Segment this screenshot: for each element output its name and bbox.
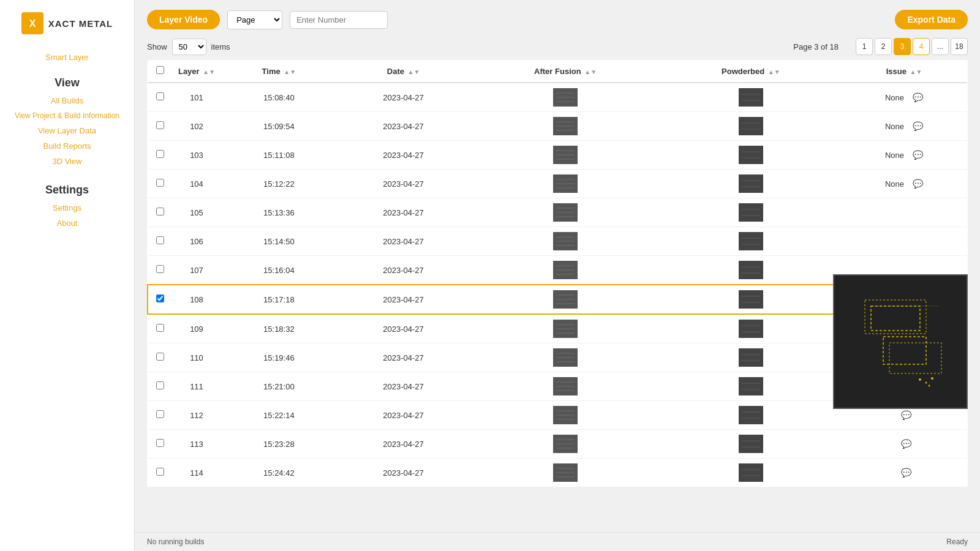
row-time: 15:08:40	[221, 83, 337, 112]
smart-layer-link[interactable]: Smart Layer	[45, 53, 89, 62]
row-checkbox[interactable]	[156, 410, 164, 418]
page-number-input[interactable]	[290, 11, 388, 29]
powderbed-thumbnail	[739, 320, 763, 338]
row-powderbed[interactable]	[661, 459, 841, 487]
comment-icon[interactable]: 💬	[913, 92, 923, 102]
row-after-fusion[interactable]	[470, 372, 660, 401]
comment-icon[interactable]: 💬	[913, 179, 923, 189]
row-powderbed[interactable]	[661, 198, 841, 227]
page-btn-18[interactable]: 18	[951, 38, 968, 55]
row-after-fusion[interactable]	[470, 141, 660, 170]
col-header-after-fusion[interactable]: After Fusion ▲▼	[470, 60, 660, 83]
row-checkbox[interactable]	[156, 353, 164, 361]
svg-point-108	[929, 385, 930, 387]
row-layer: 106	[172, 227, 221, 256]
row-powderbed[interactable]	[661, 430, 841, 459]
page-btn-4[interactable]: 4	[913, 38, 930, 55]
comment-icon[interactable]: 💬	[913, 150, 923, 160]
row-after-fusion[interactable]	[470, 401, 660, 430]
table-row[interactable]: 10215:09:542023-04-27None💬	[148, 112, 967, 141]
row-powderbed[interactable]	[661, 372, 841, 401]
row-checkbox[interactable]	[156, 150, 164, 158]
row-after-fusion[interactable]	[470, 314, 660, 343]
row-after-fusion[interactable]	[470, 112, 660, 141]
row-powderbed[interactable]	[661, 256, 841, 285]
row-after-fusion[interactable]	[470, 83, 660, 112]
row-after-fusion[interactable]	[470, 256, 660, 285]
row-after-fusion[interactable]	[470, 170, 660, 198]
row-checkbox[interactable]	[156, 468, 164, 476]
table-container: Layer ▲▼ Time ▲▼ Date ▲▼ After Fusion ▲▼	[135, 60, 980, 532]
row-checkbox[interactable]	[156, 381, 164, 389]
svg-rect-90	[739, 435, 763, 453]
row-checkbox[interactable]	[156, 439, 164, 447]
row-after-fusion[interactable]	[470, 285, 660, 314]
row-powderbed[interactable]	[661, 401, 841, 430]
comment-icon[interactable]: 💬	[901, 410, 911, 420]
table-row[interactable]: 11415:24:422023-04-27💬	[148, 459, 967, 487]
svg-point-107	[931, 377, 933, 380]
table-row[interactable]: 10515:13:362023-04-27	[148, 198, 967, 227]
table-row[interactable]: 10615:14:502023-04-27	[148, 227, 967, 256]
row-powderbed[interactable]	[661, 83, 841, 112]
row-after-fusion[interactable]	[470, 227, 660, 256]
row-after-fusion[interactable]	[470, 430, 660, 459]
sidebar-link-view-layer-data[interactable]: View Layer Data	[0, 125, 134, 137]
row-powderbed[interactable]	[661, 141, 841, 170]
row-time: 15:13:36	[221, 198, 337, 227]
row-powderbed[interactable]	[661, 112, 841, 141]
row-layer: 101	[172, 83, 221, 112]
select-all-checkbox[interactable]	[156, 66, 164, 74]
sidebar-link-build-reports[interactable]: Build Reports	[0, 140, 134, 152]
row-checkbox[interactable]	[156, 208, 164, 216]
row-powderbed[interactable]	[661, 227, 841, 256]
col-header-powderbed[interactable]: Powderbed ▲▼	[661, 60, 841, 83]
row-checkbox[interactable]	[156, 265, 164, 273]
row-checkbox[interactable]	[156, 121, 164, 129]
after-fusion-thumbnail	[553, 88, 578, 107]
page-btn-ellipsis[interactable]: ...	[932, 38, 949, 55]
row-checkbox[interactable]	[156, 179, 164, 187]
export-data-button[interactable]: Export Data	[895, 10, 968, 29]
row-powderbed[interactable]	[661, 285, 841, 314]
col-header-layer[interactable]: Layer ▲▼	[172, 60, 221, 83]
page-select[interactable]: Page	[227, 10, 282, 29]
sidebar-link-about[interactable]: About	[0, 217, 134, 229]
row-issue: None💬	[841, 170, 967, 198]
sidebar-link-view-project[interactable]: View Project & Build Information	[0, 110, 134, 121]
sidebar-link-settings[interactable]: Settings	[0, 202, 134, 214]
row-powderbed[interactable]	[661, 343, 841, 372]
comment-icon[interactable]: 💬	[913, 121, 923, 131]
table-row[interactable]: 10115:08:402023-04-27None💬	[148, 83, 967, 112]
row-checkbox[interactable]	[156, 324, 164, 332]
row-after-fusion[interactable]	[470, 198, 660, 227]
row-checkbox[interactable]	[156, 92, 164, 100]
layer-video-button[interactable]: Layer Video	[147, 10, 220, 29]
table-row[interactable]: 10315:11:082023-04-27None💬	[148, 141, 967, 170]
svg-rect-100	[834, 276, 968, 409]
page-btn-1[interactable]: 1	[856, 38, 873, 55]
row-powderbed[interactable]	[661, 170, 841, 198]
row-checkbox[interactable]	[156, 236, 164, 244]
row-after-fusion[interactable]	[470, 343, 660, 372]
col-header-date[interactable]: Date ▲▼	[337, 60, 470, 83]
page-btn-3[interactable]: 3	[894, 38, 911, 55]
row-layer: 107	[172, 256, 221, 285]
comment-icon[interactable]: 💬	[901, 439, 911, 449]
col-header-issue[interactable]: Issue ▲▼	[841, 60, 967, 83]
row-after-fusion[interactable]	[470, 459, 660, 487]
items-per-page-select[interactable]: 50 25 100	[172, 39, 206, 55]
row-time: 15:11:08	[221, 141, 337, 170]
table-row[interactable]: 10415:12:222023-04-27None💬	[148, 170, 967, 198]
row-time: 15:23:28	[221, 430, 337, 459]
svg-rect-76	[739, 377, 763, 395]
row-issue: None💬	[841, 112, 967, 141]
comment-icon[interactable]: 💬	[901, 468, 911, 478]
col-header-time[interactable]: Time ▲▼	[221, 60, 337, 83]
sidebar-link-3d-view[interactable]: 3D View	[0, 156, 134, 167]
table-row[interactable]: 11315:23:282023-04-27💬	[148, 430, 967, 459]
sidebar-link-all-builds[interactable]: All Builds	[0, 95, 134, 107]
row-checkbox[interactable]	[156, 294, 164, 302]
row-powderbed[interactable]	[661, 314, 841, 343]
page-btn-2[interactable]: 2	[875, 38, 892, 55]
